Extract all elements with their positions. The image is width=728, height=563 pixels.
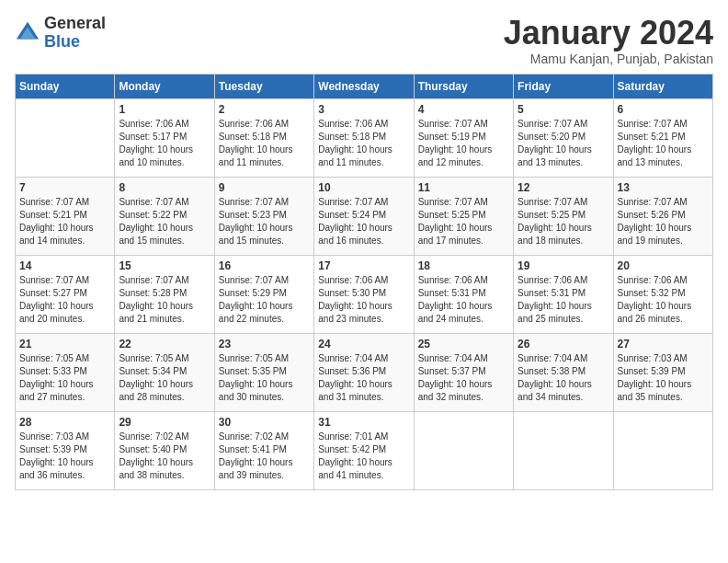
day-cell: 28Sunrise: 7:03 AMSunset: 5:39 PMDayligh…	[16, 411, 115, 489]
logo: General Blue	[15, 15, 106, 52]
day-info: Sunrise: 7:06 AMSunset: 5:18 PMDaylight:…	[219, 118, 310, 169]
day-number: 14	[19, 259, 110, 272]
day-cell: 4Sunrise: 7:07 AMSunset: 5:19 PMDaylight…	[414, 98, 513, 177]
day-cell: 8Sunrise: 7:07 AMSunset: 5:22 PMDaylight…	[115, 177, 214, 255]
day-info: Sunrise: 7:07 AMSunset: 5:24 PMDaylight:…	[318, 196, 409, 247]
day-info: Sunrise: 7:07 AMSunset: 5:28 PMDaylight:…	[119, 274, 210, 326]
logo-blue: Blue	[44, 33, 106, 52]
day-number: 7	[19, 181, 110, 194]
day-info: Sunrise: 7:06 AMSunset: 5:30 PMDaylight:…	[318, 274, 409, 326]
day-cell: 27Sunrise: 7:03 AMSunset: 5:39 PMDayligh…	[613, 333, 712, 411]
week-row-2: 7Sunrise: 7:07 AMSunset: 5:21 PMDaylight…	[16, 177, 713, 255]
day-cell: 30Sunrise: 7:02 AMSunset: 5:41 PMDayligh…	[214, 411, 313, 489]
day-info: Sunrise: 7:07 AMSunset: 5:26 PMDaylight:…	[618, 196, 709, 247]
day-number: 29	[119, 416, 210, 429]
day-cell: 31Sunrise: 7:01 AMSunset: 5:42 PMDayligh…	[314, 411, 414, 489]
day-number: 27	[618, 338, 709, 350]
day-number: 23	[219, 338, 310, 350]
day-cell	[613, 411, 712, 489]
day-cell	[514, 411, 613, 489]
day-cell: 24Sunrise: 7:04 AMSunset: 5:36 PMDayligh…	[314, 333, 414, 411]
day-info: Sunrise: 7:03 AMSunset: 5:39 PMDaylight:…	[618, 352, 709, 404]
day-number: 13	[618, 181, 709, 194]
day-number: 1	[119, 103, 210, 116]
day-number: 21	[19, 338, 110, 350]
day-cell: 2Sunrise: 7:06 AMSunset: 5:18 PMDaylight…	[214, 98, 313, 177]
weekday-header-tuesday: Tuesday	[214, 74, 313, 98]
day-cell: 9Sunrise: 7:07 AMSunset: 5:23 PMDaylight…	[214, 177, 313, 255]
day-info: Sunrise: 7:06 AMSunset: 5:32 PMDaylight:…	[618, 274, 709, 326]
day-number: 30	[219, 416, 310, 429]
day-info: Sunrise: 7:04 AMSunset: 5:38 PMDaylight:…	[518, 352, 609, 404]
day-number: 18	[418, 259, 509, 272]
day-info: Sunrise: 7:06 AMSunset: 5:31 PMDaylight:…	[418, 274, 509, 326]
weekday-header-row: SundayMondayTuesdayWednesdayThursdayFrid…	[16, 74, 713, 98]
day-cell: 23Sunrise: 7:05 AMSunset: 5:35 PMDayligh…	[214, 333, 313, 411]
day-cell: 5Sunrise: 7:07 AMSunset: 5:20 PMDaylight…	[514, 98, 613, 177]
day-info: Sunrise: 7:07 AMSunset: 5:19 PMDaylight:…	[418, 118, 509, 169]
day-number: 9	[219, 181, 310, 194]
week-row-4: 21Sunrise: 7:05 AMSunset: 5:33 PMDayligh…	[16, 333, 713, 411]
day-info: Sunrise: 7:07 AMSunset: 5:22 PMDaylight:…	[119, 196, 210, 247]
logo-text: General Blue	[44, 15, 106, 52]
day-cell: 16Sunrise: 7:07 AMSunset: 5:29 PMDayligh…	[214, 255, 313, 333]
day-cell: 11Sunrise: 7:07 AMSunset: 5:25 PMDayligh…	[414, 177, 513, 255]
day-cell: 3Sunrise: 7:06 AMSunset: 5:18 PMDaylight…	[314, 98, 414, 177]
day-info: Sunrise: 7:06 AMSunset: 5:18 PMDaylight:…	[318, 118, 409, 169]
day-cell: 29Sunrise: 7:02 AMSunset: 5:40 PMDayligh…	[115, 411, 214, 489]
day-number: 19	[518, 259, 609, 272]
day-number: 16	[219, 259, 310, 272]
day-number: 28	[19, 416, 110, 429]
day-info: Sunrise: 7:07 AMSunset: 5:23 PMDaylight:…	[219, 196, 310, 247]
day-info: Sunrise: 7:07 AMSunset: 5:27 PMDaylight:…	[19, 274, 110, 326]
weekday-header-thursday: Thursday	[414, 74, 513, 98]
day-info: Sunrise: 7:06 AMSunset: 5:31 PMDaylight:…	[518, 274, 609, 326]
weekday-header-saturday: Saturday	[613, 74, 712, 98]
day-info: Sunrise: 7:04 AMSunset: 5:37 PMDaylight:…	[418, 352, 509, 404]
weekday-header-friday: Friday	[514, 74, 613, 98]
day-number: 31	[318, 416, 409, 429]
day-cell: 12Sunrise: 7:07 AMSunset: 5:25 PMDayligh…	[514, 177, 613, 255]
day-cell: 10Sunrise: 7:07 AMSunset: 5:24 PMDayligh…	[314, 177, 414, 255]
day-cell: 14Sunrise: 7:07 AMSunset: 5:27 PMDayligh…	[16, 255, 115, 333]
day-info: Sunrise: 7:02 AMSunset: 5:40 PMDaylight:…	[119, 431, 210, 482]
day-number: 10	[318, 181, 409, 194]
day-cell	[16, 98, 115, 177]
day-cell: 17Sunrise: 7:06 AMSunset: 5:30 PMDayligh…	[314, 255, 414, 333]
weekday-header-wednesday: Wednesday	[314, 74, 414, 98]
day-info: Sunrise: 7:05 AMSunset: 5:35 PMDaylight:…	[219, 352, 310, 404]
day-info: Sunrise: 7:01 AMSunset: 5:42 PMDaylight:…	[318, 431, 409, 482]
logo-icon	[15, 20, 40, 46]
day-number: 26	[518, 338, 609, 350]
day-info: Sunrise: 7:07 AMSunset: 5:25 PMDaylight:…	[418, 196, 509, 247]
day-number: 5	[518, 103, 609, 116]
calendar-table: SundayMondayTuesdayWednesdayThursdayFrid…	[15, 74, 713, 490]
day-info: Sunrise: 7:07 AMSunset: 5:21 PMDaylight:…	[618, 118, 709, 169]
day-number: 17	[318, 259, 409, 272]
day-number: 8	[119, 181, 210, 194]
weekday-header-monday: Monday	[115, 74, 214, 98]
title-block: January 2024 Mamu Kanjan, Punjab, Pakist…	[504, 15, 713, 66]
week-row-3: 14Sunrise: 7:07 AMSunset: 5:27 PMDayligh…	[16, 255, 713, 333]
week-row-1: 1Sunrise: 7:06 AMSunset: 5:17 PMDaylight…	[16, 98, 713, 177]
day-info: Sunrise: 7:04 AMSunset: 5:36 PMDaylight:…	[318, 352, 409, 404]
weekday-header-sunday: Sunday	[16, 74, 115, 98]
page-header: General Blue January 2024 Mamu Kanjan, P…	[15, 15, 713, 66]
day-number: 12	[518, 181, 609, 194]
day-info: Sunrise: 7:07 AMSunset: 5:25 PMDaylight:…	[518, 196, 609, 247]
location: Mamu Kanjan, Punjab, Pakistan	[504, 52, 713, 66]
day-info: Sunrise: 7:06 AMSunset: 5:17 PMDaylight:…	[119, 118, 210, 169]
week-row-5: 28Sunrise: 7:03 AMSunset: 5:39 PMDayligh…	[16, 411, 713, 489]
day-number: 22	[119, 338, 210, 350]
day-cell: 13Sunrise: 7:07 AMSunset: 5:26 PMDayligh…	[613, 177, 712, 255]
day-cell: 26Sunrise: 7:04 AMSunset: 5:38 PMDayligh…	[514, 333, 613, 411]
day-number: 3	[318, 103, 409, 116]
day-number: 20	[618, 259, 709, 272]
day-cell: 6Sunrise: 7:07 AMSunset: 5:21 PMDaylight…	[613, 98, 712, 177]
day-number: 15	[119, 259, 210, 272]
day-number: 2	[219, 103, 310, 116]
day-number: 11	[418, 181, 509, 194]
day-info: Sunrise: 7:05 AMSunset: 5:34 PMDaylight:…	[119, 352, 210, 404]
day-info: Sunrise: 7:07 AMSunset: 5:29 PMDaylight:…	[219, 274, 310, 326]
day-info: Sunrise: 7:03 AMSunset: 5:39 PMDaylight:…	[19, 431, 110, 482]
